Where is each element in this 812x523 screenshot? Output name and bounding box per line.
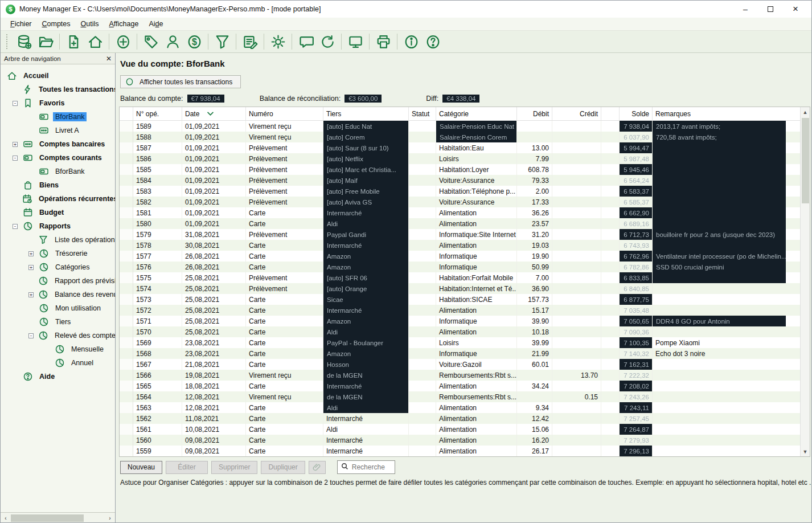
table-row[interactable]: 158001,09,2021CarteAldiAlimentation23.57… <box>120 218 801 229</box>
scroll-up-icon[interactable]: ▲ <box>801 107 810 117</box>
table-row[interactable]: 156312,08,2021CarteAldiAlimentation9.347… <box>120 402 801 413</box>
sidebar-item-livret-a[interactable]: Livret A <box>1 124 115 137</box>
table-row[interactable]: 158101,09,2021CarteIntermarchéAlimentati… <box>120 207 801 218</box>
column-header-blank[interactable] <box>120 107 133 120</box>
table-row[interactable]: 156721,08,2021CarteHossonVoiture:Gazoil6… <box>120 359 801 370</box>
column-header-cr-dit[interactable]: Crédit <box>552 107 601 120</box>
expand-icon[interactable]: + <box>28 251 34 256</box>
table-row[interactable]: 157626,08,2021CarteAmazonInformatique50.… <box>120 262 801 272</box>
scroll-down-icon[interactable]: ▼ <box>801 447 810 456</box>
table-row[interactable]: 156823,08,2021CarteAmazonInformatique21.… <box>120 348 801 359</box>
table-row[interactable]: 158801,09,2021Virement reçu[auto] CoremS… <box>120 132 801 142</box>
table-row[interactable]: 156110,08,2021CarteAldiAlimentation15.06… <box>120 424 801 435</box>
search-input[interactable] <box>352 463 392 471</box>
sidebar-item-rapport-des-pr-visions[interactable]: Rapport des prévisions <box>1 274 115 288</box>
menu-comptes[interactable]: Comptes <box>37 19 76 29</box>
collapse-icon[interactable]: - <box>13 156 18 161</box>
table-row[interactable]: 157525,08,2021Prélèvement[auto] SFR 06Ha… <box>120 272 801 283</box>
sidebar-item-accueil[interactable]: Accueil <box>1 69 115 83</box>
table-row[interactable]: 156211,08,2021CarteIntermarchéAlimentati… <box>120 413 801 424</box>
table-row[interactable]: 158701,09,2021Prélèvement[auto] Saur (8 … <box>120 142 801 153</box>
edit-list-icon[interactable] <box>239 32 261 51</box>
printer-icon[interactable] <box>372 32 394 51</box>
table-row[interactable]: 156412,08,2021Virement reçude la MGENRem… <box>120 391 801 402</box>
table-row[interactable]: 156923,08,2021CartePayPal - BoulangerLoi… <box>120 337 801 348</box>
toolbar-grip[interactable] <box>6 34 9 49</box>
expand-icon[interactable]: + <box>28 292 34 297</box>
menu-affichage[interactable]: Affichage <box>104 19 144 29</box>
sidebar-item-cat-gories[interactable]: +Catégories <box>1 260 115 274</box>
refresh-icon[interactable] <box>317 32 338 51</box>
sidebar-item-balance-des-revenus[interactable]: +Balance des revenus <box>1 288 115 301</box>
table-row[interactable]: 156009,08,2021CarteIntermarchéAlimentati… <box>120 435 801 446</box>
table-row[interactable]: 158501,09,2021Prélèvement[auto] Marc et … <box>120 164 801 175</box>
sidebar-horizontal-scrollbar[interactable]: ‹ › <box>1 512 115 523</box>
search-box[interactable] <box>337 460 395 474</box>
menu-fichier[interactable]: Fichier <box>5 19 37 29</box>
sidebar-item-comptes-courants[interactable]: -Comptes courants <box>1 151 115 165</box>
gear-icon[interactable] <box>267 32 289 51</box>
sidebar-item-liste-des-op-rations[interactable]: Liste des opérations <box>1 233 115 247</box>
sidebar-item-biens[interactable]: Biens <box>1 178 115 192</box>
folder-open-icon[interactable] <box>35 32 56 51</box>
scroll-left-icon[interactable]: ‹ <box>2 515 10 521</box>
monitor-icon[interactable] <box>345 32 366 51</box>
sidebar-item-toutes-les-transactions[interactable]: Toutes les transactions <box>1 83 115 96</box>
sidebar-item-comptes-bancaires[interactable]: +Comptes bancaires <box>1 137 115 151</box>
sidebar-item-bforbank[interactable]: BforBank <box>1 165 115 178</box>
column-header-blank[interactable] <box>601 107 620 120</box>
table-row[interactable]: 157830,08,2021CarteIntermarchéAlimentati… <box>120 240 801 251</box>
sidebar-item-relev-des-comptes[interactable]: -Relevé des comptes <box>1 329 115 342</box>
table-row[interactable]: 158901,09,2021Virement reçu[auto] Educ N… <box>120 121 801 132</box>
table-row[interactable]: 158401,09,2021Prélèvement[auto] MaifVoit… <box>120 175 801 186</box>
collapse-icon[interactable]: - <box>13 224 18 229</box>
scrollbar-thumb[interactable] <box>11 514 84 522</box>
table-row[interactable]: 157125,08,2021CarteAmazonInformatique39.… <box>120 316 801 326</box>
table-row[interactable]: 158301,09,2021Prélèvement[auto] Free Mob… <box>120 186 801 197</box>
vertical-scrollbar-thumb[interactable] <box>802 118 809 203</box>
filter-icon[interactable] <box>211 32 233 51</box>
sidebar-item-annuel[interactable]: Annuel <box>1 356 115 370</box>
plus-circle-icon[interactable] <box>112 32 134 51</box>
column-header-d-bit[interactable]: Débit <box>517 107 552 120</box>
file-new-icon[interactable] <box>63 32 84 51</box>
show-all-transactions-button[interactable]: Afficher toutes les transactions <box>120 75 241 88</box>
minimize-button[interactable]: – <box>733 1 758 17</box>
sidebar-item-favoris[interactable]: -Favoris <box>1 96 115 110</box>
column-header-n-op-[interactable]: N° opé. <box>133 107 182 120</box>
table-row[interactable]: 157025,08,2021CarteAldiAlimentation10.18… <box>120 326 801 337</box>
panel-close-icon[interactable]: ✕ <box>106 55 112 63</box>
maximize-button[interactable] <box>758 1 783 17</box>
dollar-circle-icon[interactable]: $ <box>183 32 205 51</box>
sidebar-item-op-rations-r-currentes[interactable]: Opérations récurrentes <box>1 192 115 206</box>
column-header-solde[interactable]: Solde <box>620 107 653 120</box>
table-row[interactable]: 156619,08,2021Virement reçude la MGENRem… <box>120 370 801 381</box>
table-row[interactable]: 157931,08,2021PrélèvementPaypal GandiInf… <box>120 229 801 240</box>
sidebar-item-aide[interactable]: Aide <box>1 370 115 383</box>
table-row[interactable]: 156518,08,2021CarteIntermarchéAlimentati… <box>120 381 801 391</box>
help-icon[interactable] <box>422 32 444 51</box>
collapse-icon[interactable]: - <box>28 333 34 338</box>
expand-icon[interactable]: + <box>28 265 34 270</box>
column-header-statut[interactable]: Statut <box>409 107 436 120</box>
table-row[interactable]: 157325,08,2021CarteSicaeHabitation:SICAE… <box>120 294 801 305</box>
column-header-remarques[interactable]: Remarques <box>653 107 801 120</box>
database-new-icon[interactable] <box>13 32 35 51</box>
menu-outils[interactable]: Outils <box>76 19 104 29</box>
sidebar-item-mensuelle[interactable]: Mensuelle <box>1 342 115 356</box>
close-button[interactable]: × <box>783 1 808 17</box>
table-row[interactable]: 157726,08,2021CarteAmazonInformatique19.… <box>120 251 801 262</box>
expand-icon[interactable]: + <box>13 142 18 147</box>
tag-icon[interactable] <box>140 32 162 51</box>
user-icon[interactable] <box>162 32 183 51</box>
nouveau-button[interactable]: Nouveau <box>120 461 162 474</box>
sidebar-item-budget[interactable]: Budget <box>1 206 115 219</box>
table-row[interactable]: 157225,08,2021CarteIntermarchéAlimentati… <box>120 305 801 316</box>
menu-aide[interactable]: Aide <box>143 19 168 29</box>
table-row[interactable]: 158201,09,2021Prélèvement[auto] Aviva GS… <box>120 197 801 207</box>
column-header-tiers[interactable]: Tiers <box>323 107 409 120</box>
sidebar-item-tiers[interactable]: Tiers <box>1 315 115 329</box>
table-vertical-scrollbar[interactable]: ▲ ▼ <box>800 107 810 456</box>
sidebar-item-rapports[interactable]: -Rapports <box>1 219 115 233</box>
scrollbar-track[interactable] <box>10 514 106 522</box>
